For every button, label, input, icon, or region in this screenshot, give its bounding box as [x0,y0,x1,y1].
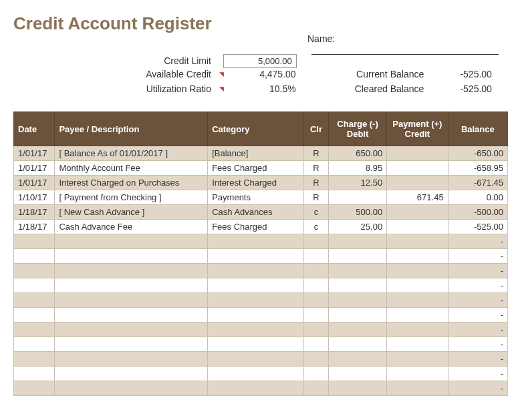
charge-cell[interactable] [328,337,386,352]
clr-cell[interactable] [303,337,328,352]
payee-cell[interactable]: [ Payment from Checking ] [55,190,208,205]
payment-cell[interactable] [387,205,449,220]
charge-cell[interactable] [328,264,386,278]
category-cell[interactable]: Fees Charged [208,161,304,176]
category-cell[interactable] [208,264,304,278]
category-cell[interactable] [208,337,304,352]
clr-cell[interactable] [303,323,328,337]
balance-cell[interactable]: -671.45 [448,176,507,190]
balance-cell[interactable]: - [448,278,507,293]
category-cell[interactable] [208,367,304,381]
payee-cell[interactable] [55,381,208,396]
payment-cell[interactable] [387,367,449,381]
payee-cell[interactable] [55,337,208,352]
charge-cell[interactable]: 12.50 [328,176,386,190]
balance-cell[interactable]: - [448,249,507,264]
date-cell[interactable]: 1/01/17 [14,176,55,190]
payment-cell[interactable] [387,146,449,161]
category-cell[interactable]: Fees Charged [208,220,304,234]
payment-cell[interactable] [387,161,449,176]
date-cell[interactable] [14,323,55,337]
balance-cell[interactable]: - [448,352,507,367]
charge-cell[interactable] [328,293,386,308]
charge-cell[interactable] [328,323,386,337]
payee-cell[interactable]: [ New Cash Advance ] [55,205,208,220]
balance-cell[interactable]: 0.00 [448,190,507,205]
payee-cell[interactable] [55,278,208,293]
clr-cell[interactable] [303,381,328,396]
balance-cell[interactable]: - [448,264,507,278]
payee-cell[interactable] [55,249,208,264]
payment-cell[interactable] [387,220,449,234]
payment-cell[interactable] [387,323,449,337]
payment-cell[interactable] [387,176,449,190]
charge-cell[interactable] [328,308,386,323]
clr-cell[interactable]: R [303,146,328,161]
balance-cell[interactable]: - [448,337,507,352]
date-cell[interactable] [14,234,55,249]
payee-cell[interactable]: [ Balance As of 01/01/2017 ] [55,146,208,161]
payment-cell[interactable] [387,278,449,293]
payee-cell[interactable] [55,234,208,249]
date-cell[interactable] [14,367,55,381]
balance-cell[interactable]: -650.00 [448,146,507,161]
charge-cell[interactable]: 25.00 [328,220,386,234]
category-cell[interactable] [208,234,304,249]
payee-cell[interactable]: Cash Advance Fee [55,220,208,234]
charge-cell[interactable] [328,234,386,249]
date-cell[interactable]: 1/01/17 [14,146,55,161]
balance-cell[interactable]: - [448,367,507,381]
balance-cell[interactable]: - [448,323,507,337]
clr-cell[interactable] [303,278,328,293]
date-cell[interactable]: 1/18/17 [14,205,55,220]
clr-cell[interactable] [303,367,328,381]
credit-limit-input[interactable]: 5,000.00 [223,54,297,68]
clr-cell[interactable]: R [303,161,328,176]
payee-cell[interactable] [55,264,208,278]
payee-cell[interactable]: Monthly Account Fee [55,161,208,176]
payee-cell[interactable] [55,308,208,323]
clr-cell[interactable]: c [303,220,328,234]
payee-cell[interactable]: Interest Charged on Purchases [55,176,208,190]
charge-cell[interactable] [328,367,386,381]
payment-cell[interactable] [387,249,449,264]
category-cell[interactable]: Payments [208,190,304,205]
payment-cell[interactable] [387,381,449,396]
category-cell[interactable] [208,323,304,337]
clr-cell[interactable]: R [303,176,328,190]
payee-cell[interactable] [55,293,208,308]
payee-cell[interactable] [55,323,208,337]
payment-cell[interactable] [387,264,449,278]
date-cell[interactable] [14,278,55,293]
balance-cell[interactable]: - [448,234,507,249]
balance-cell[interactable]: - [448,308,507,323]
category-cell[interactable] [208,308,304,323]
balance-cell[interactable]: - [448,381,507,396]
payment-cell[interactable] [387,293,449,308]
name-input-line[interactable] [311,54,499,55]
payment-cell[interactable] [387,308,449,323]
clr-cell[interactable] [303,352,328,367]
clr-cell[interactable] [303,234,328,249]
date-cell[interactable] [14,381,55,396]
clr-cell[interactable]: R [303,190,328,205]
payment-cell[interactable]: 671.45 [387,190,449,205]
clr-cell[interactable]: c [303,205,328,220]
payment-cell[interactable] [387,337,449,352]
balance-cell[interactable]: -658.95 [448,161,507,176]
clr-cell[interactable] [303,308,328,323]
category-cell[interactable]: Interest Charged [208,176,304,190]
date-cell[interactable] [14,352,55,367]
category-cell[interactable] [208,278,304,293]
payee-cell[interactable] [55,367,208,381]
payment-cell[interactable] [387,352,449,367]
payment-cell[interactable] [387,234,449,249]
category-cell[interactable] [208,381,304,396]
charge-cell[interactable] [328,278,386,293]
date-cell[interactable]: 1/10/17 [14,190,55,205]
charge-cell[interactable]: 8.95 [328,161,386,176]
payee-cell[interactable] [55,352,208,367]
date-cell[interactable]: 1/18/17 [14,220,55,234]
balance-cell[interactable]: -525.00 [448,220,507,234]
clr-cell[interactable] [303,293,328,308]
